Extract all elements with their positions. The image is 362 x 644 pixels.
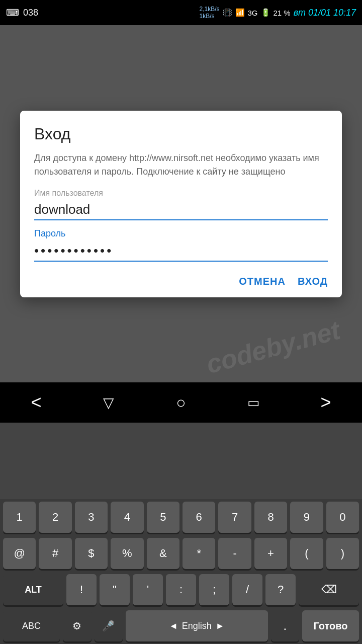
key-lparen[interactable]: ( bbox=[290, 538, 323, 569]
key-exclaim[interactable]: ! bbox=[66, 574, 97, 605]
keyboard-row-alt: ALT ! " ' : ; / ? ⌫ bbox=[0, 572, 362, 608]
watermark: codeby.net bbox=[203, 315, 343, 380]
nav-bar: < ▽ ○ ▭ > bbox=[0, 382, 362, 423]
key-settings[interactable]: ⚙ bbox=[63, 610, 92, 641]
nav-back-button[interactable]: < bbox=[16, 387, 56, 418]
keyboard-row-bottom: ABC ⚙ 🎤 ◄ English ► . Готово bbox=[0, 608, 362, 644]
vibration-icon: 📳 bbox=[223, 8, 232, 17]
login-dialog: Вход Для доступа к домену http://www.nir… bbox=[20, 111, 342, 297]
key-minus[interactable]: - bbox=[218, 538, 251, 569]
key-4[interactable]: 4 bbox=[111, 502, 143, 533]
key-squote[interactable]: ' bbox=[133, 574, 163, 605]
key-semicolon[interactable]: ; bbox=[199, 574, 229, 605]
key-3[interactable]: 3 bbox=[75, 502, 108, 533]
keyboard-icon: ⌨ bbox=[6, 7, 19, 18]
key-space-english[interactable]: ◄ English ► bbox=[126, 610, 268, 641]
key-abc[interactable]: ABC bbox=[3, 610, 60, 641]
key-asterisk[interactable]: * bbox=[183, 538, 215, 569]
key-7[interactable]: 7 bbox=[218, 502, 251, 533]
username-label: Имя пользователя bbox=[34, 189, 328, 198]
key-alt[interactable]: ALT bbox=[3, 574, 63, 605]
key-mic[interactable]: 🎤 bbox=[95, 610, 123, 641]
dialog-title: Вход bbox=[34, 125, 328, 143]
keyboard-row-symbols: @ # $ % & * - + ( ) bbox=[0, 535, 362, 572]
key-percent[interactable]: % bbox=[111, 538, 143, 569]
network-speeds: 2,1kB/s 1kB/s bbox=[199, 6, 219, 20]
key-plus[interactable]: + bbox=[254, 538, 287, 569]
bt-time: вт 01/01 10:17 bbox=[294, 8, 356, 18]
lang-label: English bbox=[182, 621, 212, 631]
login-button[interactable]: ВХОД bbox=[298, 276, 328, 287]
nav-recents-button[interactable]: ▭ bbox=[233, 387, 274, 418]
key-question[interactable]: ? bbox=[265, 574, 296, 605]
dialog-description: Для доступа к домену http://www.nirsoft.… bbox=[34, 151, 328, 179]
signal-icon: 📶 bbox=[235, 8, 245, 17]
key-9[interactable]: 9 bbox=[290, 502, 323, 533]
signal-label: 3G bbox=[248, 9, 258, 17]
password-label: Пароль bbox=[34, 228, 328, 239]
status-right: 2,1kB/s 1kB/s 📳 📶 3G 🔋 21 % вт 01/01 10:… bbox=[199, 6, 356, 20]
network-down: 1kB/s bbox=[199, 13, 219, 20]
key-at[interactable]: @ bbox=[3, 538, 36, 569]
nav-triangle-button[interactable]: ▽ bbox=[88, 387, 129, 418]
key-hash[interactable]: # bbox=[39, 538, 71, 569]
key-dollar[interactable]: $ bbox=[75, 538, 108, 569]
keyboard-row-numbers: 1 2 3 4 5 6 7 8 9 0 bbox=[0, 499, 362, 535]
status-left: ⌨ 038 bbox=[6, 7, 38, 18]
nav-forward-button[interactable]: > bbox=[306, 387, 346, 418]
lang-prev-icon: ◄ bbox=[169, 621, 178, 631]
keyboard: 1 2 3 4 5 6 7 8 9 0 @ # $ % & * - + ( ) … bbox=[0, 499, 362, 644]
carrier-label: 038 bbox=[23, 8, 38, 18]
key-rparen[interactable]: ) bbox=[326, 538, 359, 569]
cancel-button[interactable]: ОТМЕНА bbox=[239, 276, 286, 287]
battery-icon: 🔋 bbox=[261, 8, 270, 17]
key-5[interactable]: 5 bbox=[147, 502, 179, 533]
key-done[interactable]: Готово bbox=[302, 610, 359, 641]
key-slash[interactable]: / bbox=[232, 574, 262, 605]
key-ampersand[interactable]: & bbox=[147, 538, 179, 569]
main-area: codeby.net Вход Для доступа к домену htt… bbox=[0, 25, 362, 382]
key-colon[interactable]: : bbox=[166, 574, 196, 605]
key-dquote[interactable]: " bbox=[100, 574, 130, 605]
password-input[interactable] bbox=[34, 241, 328, 262]
network-up: 2,1kB/s bbox=[199, 6, 219, 13]
dialog-actions: ОТМЕНА ВХОД bbox=[34, 276, 328, 287]
key-2[interactable]: 2 bbox=[39, 502, 71, 533]
battery-label: 21 % bbox=[274, 9, 291, 17]
nav-home-button[interactable]: ○ bbox=[161, 387, 201, 418]
key-backspace[interactable]: ⌫ bbox=[299, 574, 359, 605]
key-period[interactable]: . bbox=[271, 610, 300, 641]
key-0[interactable]: 0 bbox=[326, 502, 359, 533]
key-1[interactable]: 1 bbox=[3, 502, 36, 533]
username-input[interactable] bbox=[34, 200, 328, 220]
key-6[interactable]: 6 bbox=[183, 502, 215, 533]
status-bar: ⌨ 038 2,1kB/s 1kB/s 📳 📶 3G 🔋 21 % вт 01/… bbox=[0, 0, 362, 25]
key-8[interactable]: 8 bbox=[254, 502, 287, 533]
lang-next-icon: ► bbox=[216, 621, 225, 631]
